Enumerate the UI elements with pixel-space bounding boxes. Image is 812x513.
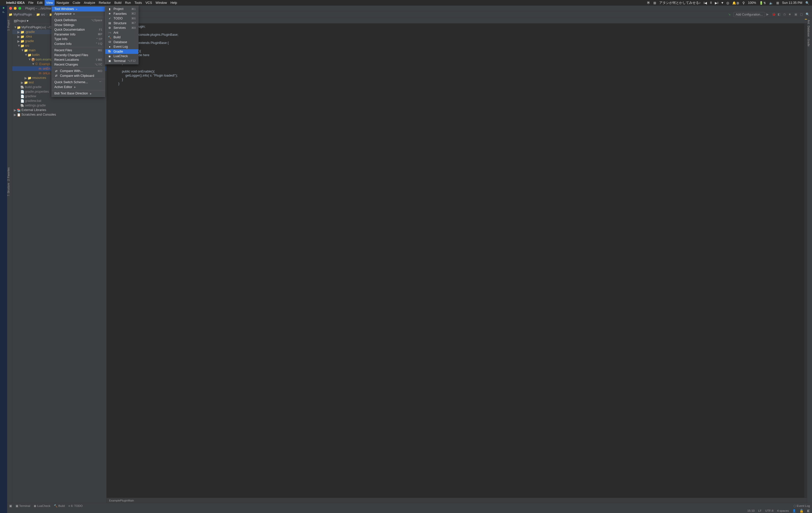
wifi-icon[interactable]: ⚲ (743, 1, 745, 5)
menu-tools[interactable]: Tools (135, 1, 142, 5)
menu-window[interactable]: Window (155, 1, 167, 5)
circle-icon[interactable]: ◎ (726, 1, 729, 5)
battery-icon[interactable]: 🔋↯ (759, 1, 766, 5)
volume-icon[interactable]: 🔈 (769, 1, 773, 5)
menu-refactor[interactable]: Refactor (99, 1, 111, 5)
menu-navigate[interactable]: Navigate (57, 1, 69, 5)
clock: Sun 11:35 PM (782, 1, 802, 5)
heart-icon[interactable]: ♥ (722, 1, 723, 5)
spotlight-icon[interactable]: 🔍 (805, 1, 809, 5)
ime-icon[interactable]: ⊞ (776, 1, 779, 5)
menu-vcs[interactable]: VCS (145, 1, 152, 5)
menu-view[interactable]: View (45, 0, 55, 6)
pause-icon[interactable]: II (710, 1, 712, 5)
menu-code[interactable]: Code (73, 1, 80, 5)
menu-edit[interactable]: Edit (37, 1, 42, 5)
menu-analyze[interactable]: Analyze (84, 1, 95, 5)
menu-run[interactable]: Run (125, 1, 131, 5)
shield-icon[interactable]: ⛨ (647, 1, 650, 5)
macos-menubar: IntelliJ IDEA File Edit View Navigate Co… (0, 0, 812, 6)
app-name[interactable]: IntelliJ IDEA (6, 1, 25, 5)
menu-file[interactable]: File (28, 1, 33, 5)
battery-percent: 100% (748, 1, 756, 5)
next-icon[interactable]: ▶I (715, 1, 718, 5)
menu-build[interactable]: Build (114, 1, 121, 5)
menu-help[interactable]: Help (171, 1, 177, 5)
prev-icon[interactable]: I◀ (704, 1, 707, 5)
bell-icon[interactable]: 🔔3 (732, 1, 739, 5)
grid-icon[interactable]: ⊞ (654, 1, 656, 5)
nowplaying-text: アタシが何とかしてみせる♪ (659, 1, 701, 5)
